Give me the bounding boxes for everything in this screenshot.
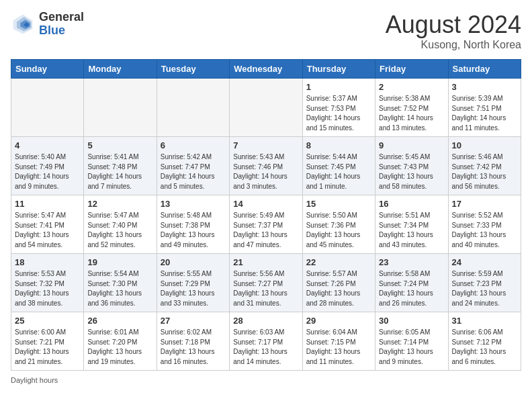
day-number: 13 [161,199,226,209]
column-header-thursday: Thursday [302,60,375,79]
calendar-cell: 10Sunrise: 5:46 AM Sunset: 7:42 PM Dayli… [448,137,521,195]
calendar-cell [84,79,157,137]
calendar-cell: 27Sunrise: 6:02 AM Sunset: 7:18 PM Dayli… [157,312,229,371]
location-subtitle: Kusong, North Korea [386,39,521,51]
day-number: 4 [15,140,80,150]
calendar-cell: 1Sunrise: 5:37 AM Sunset: 7:53 PM Daylig… [302,79,375,137]
calendar-cell [157,79,229,137]
day-info: Sunrise: 6:02 AM Sunset: 7:18 PM Dayligh… [161,328,226,367]
day-number: 12 [87,199,152,209]
day-info: Sunrise: 5:43 AM Sunset: 7:46 PM Dayligh… [233,152,298,191]
calendar-cell: 14Sunrise: 5:49 AM Sunset: 7:37 PM Dayli… [230,195,302,254]
day-number: 17 [452,199,517,209]
day-number: 6 [161,140,226,150]
day-info: Sunrise: 5:45 AM Sunset: 7:43 PM Dayligh… [379,152,444,191]
day-number: 18 [15,257,80,267]
week-row-4: 18Sunrise: 5:53 AM Sunset: 7:32 PM Dayli… [11,254,521,312]
month-title: August 2024 [386,11,521,39]
footer: Daylight hours [11,376,521,384]
day-number: 31 [452,316,517,326]
day-info: Sunrise: 6:06 AM Sunset: 7:12 PM Dayligh… [452,328,517,367]
calendar-table: SundayMondayTuesdayWednesdayThursdayFrid… [11,59,521,371]
calendar-cell: 13Sunrise: 5:48 AM Sunset: 7:38 PM Dayli… [157,195,229,254]
day-number: 16 [379,199,444,209]
day-info: Sunrise: 5:42 AM Sunset: 7:47 PM Dayligh… [161,152,226,191]
day-info: Sunrise: 5:47 AM Sunset: 7:41 PM Dayligh… [15,211,80,250]
calendar-cell: 24Sunrise: 5:59 AM Sunset: 7:23 PM Dayli… [448,254,521,312]
day-number: 11 [15,199,80,209]
day-number: 28 [233,316,298,326]
column-header-tuesday: Tuesday [157,60,229,79]
day-number: 15 [306,199,371,209]
day-info: Sunrise: 5:38 AM Sunset: 7:52 PM Dayligh… [379,94,444,133]
day-number: 22 [306,257,371,267]
week-row-2: 4Sunrise: 5:40 AM Sunset: 7:49 PM Daylig… [11,137,521,195]
logo-blue: Blue [39,24,65,37]
day-info: Sunrise: 5:52 AM Sunset: 7:33 PM Dayligh… [452,211,517,250]
day-number: 29 [306,316,371,326]
column-header-wednesday: Wednesday [230,60,302,79]
calendar-cell: 31Sunrise: 6:06 AM Sunset: 7:12 PM Dayli… [448,312,521,371]
calendar-cell: 15Sunrise: 5:50 AM Sunset: 7:36 PM Dayli… [302,195,375,254]
day-info: Sunrise: 6:00 AM Sunset: 7:21 PM Dayligh… [15,328,80,367]
calendar-cell: 9Sunrise: 5:45 AM Sunset: 7:43 PM Daylig… [375,137,448,195]
day-info: Sunrise: 6:04 AM Sunset: 7:15 PM Dayligh… [306,328,371,367]
calendar-cell: 8Sunrise: 5:44 AM Sunset: 7:45 PM Daylig… [302,137,375,195]
logo-text: General Blue [39,11,84,38]
day-number: 10 [452,140,517,150]
title-block: August 2024 Kusong, North Korea [386,11,521,51]
calendar-cell: 3Sunrise: 5:39 AM Sunset: 7:51 PM Daylig… [448,79,521,137]
calendar-cell: 7Sunrise: 5:43 AM Sunset: 7:46 PM Daylig… [230,137,302,195]
calendar-cell: 2Sunrise: 5:38 AM Sunset: 7:52 PM Daylig… [375,79,448,137]
calendar-cell: 5Sunrise: 5:41 AM Sunset: 7:48 PM Daylig… [84,137,157,195]
day-info: Sunrise: 5:50 AM Sunset: 7:36 PM Dayligh… [306,211,371,250]
calendar-cell: 30Sunrise: 6:05 AM Sunset: 7:14 PM Dayli… [375,312,448,371]
day-info: Sunrise: 5:40 AM Sunset: 7:49 PM Dayligh… [15,152,80,191]
calendar-cell: 29Sunrise: 6:04 AM Sunset: 7:15 PM Dayli… [302,312,375,371]
logo-general: General [39,10,84,24]
column-header-saturday: Saturday [448,60,521,79]
day-info: Sunrise: 5:48 AM Sunset: 7:38 PM Dayligh… [161,211,226,250]
day-info: Sunrise: 5:55 AM Sunset: 7:29 PM Dayligh… [161,269,226,308]
day-number: 5 [87,140,152,150]
day-number: 23 [379,257,444,267]
week-row-5: 25Sunrise: 6:00 AM Sunset: 7:21 PM Dayli… [11,312,521,371]
column-header-monday: Monday [84,60,157,79]
day-number: 7 [233,140,298,150]
calendar-cell [11,79,84,137]
calendar-cell: 12Sunrise: 5:47 AM Sunset: 7:40 PM Dayli… [84,195,157,254]
logo: General Blue [11,11,84,38]
day-info: Sunrise: 6:03 AM Sunset: 7:17 PM Dayligh… [233,328,298,367]
calendar-cell [230,79,302,137]
day-info: Sunrise: 5:44 AM Sunset: 7:45 PM Dayligh… [306,152,371,191]
day-info: Sunrise: 5:54 AM Sunset: 7:30 PM Dayligh… [87,269,152,308]
calendar-cell: 6Sunrise: 5:42 AM Sunset: 7:47 PM Daylig… [157,137,229,195]
day-number: 3 [452,82,517,92]
day-info: Sunrise: 5:41 AM Sunset: 7:48 PM Dayligh… [87,152,152,191]
day-info: Sunrise: 5:57 AM Sunset: 7:26 PM Dayligh… [306,269,371,308]
day-number: 26 [87,316,152,326]
day-info: Sunrise: 5:58 AM Sunset: 7:24 PM Dayligh… [379,269,444,308]
day-info: Sunrise: 5:59 AM Sunset: 7:23 PM Dayligh… [452,269,517,308]
day-number: 25 [15,316,80,326]
day-info: Sunrise: 6:05 AM Sunset: 7:14 PM Dayligh… [379,328,444,367]
calendar-cell: 28Sunrise: 6:03 AM Sunset: 7:17 PM Dayli… [230,312,302,371]
calendar-cell: 23Sunrise: 5:58 AM Sunset: 7:24 PM Dayli… [375,254,448,312]
day-number: 2 [379,82,444,92]
day-number: 1 [306,82,371,92]
day-number: 24 [452,257,517,267]
week-row-1: 1Sunrise: 5:37 AM Sunset: 7:53 PM Daylig… [11,79,521,137]
day-number: 14 [233,199,298,209]
day-info: Sunrise: 5:53 AM Sunset: 7:32 PM Dayligh… [15,269,80,308]
calendar-cell: 22Sunrise: 5:57 AM Sunset: 7:26 PM Dayli… [302,254,375,312]
day-info: Sunrise: 6:01 AM Sunset: 7:20 PM Dayligh… [87,328,152,367]
calendar-cell: 11Sunrise: 5:47 AM Sunset: 7:41 PM Dayli… [11,195,84,254]
logo-icon [11,12,35,36]
page-header: General Blue August 2024 Kusong, North K… [11,11,521,51]
calendar-cell: 25Sunrise: 6:00 AM Sunset: 7:21 PM Dayli… [11,312,84,371]
daylight-label: Daylight hours [11,376,58,384]
day-number: 27 [161,316,226,326]
calendar-cell: 21Sunrise: 5:56 AM Sunset: 7:27 PM Dayli… [230,254,302,312]
header-row: SundayMondayTuesdayWednesdayThursdayFrid… [11,60,521,79]
column-header-sunday: Sunday [11,60,84,79]
